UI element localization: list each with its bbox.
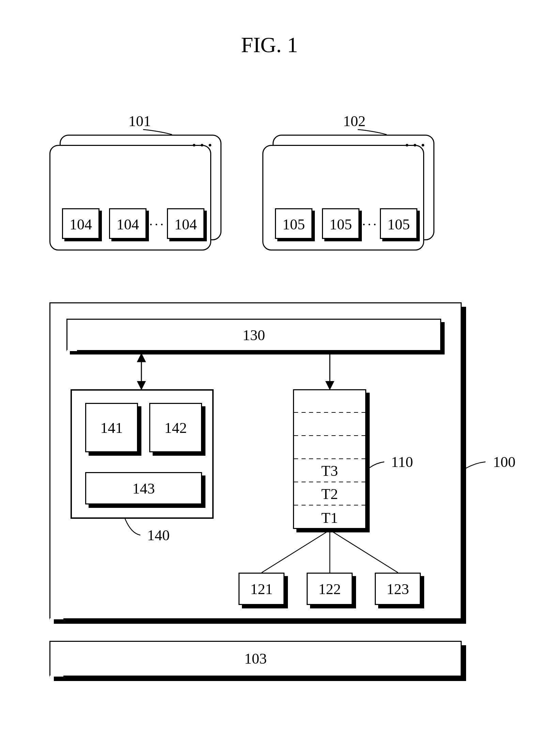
figure-title: FIG. 1 (0, 32, 539, 58)
stack-110 (293, 389, 366, 529)
callout-101: 101 (123, 112, 157, 130)
callout-110: 110 (385, 453, 419, 471)
callout-100: 100 (487, 453, 521, 471)
stack-t3: T3 (293, 462, 366, 480)
box-105-1-label: 105 (275, 216, 312, 233)
callout-140: 140 (141, 527, 175, 544)
notch-icon (67, 350, 77, 351)
box-104-1-label: 104 (62, 216, 99, 233)
box-104-3-label: 104 (167, 216, 204, 233)
ellipsis-icon: ··· (147, 216, 168, 232)
bar-103-label: 103 (49, 650, 462, 667)
box-121-label: 121 (238, 580, 284, 598)
box-105-2-label: 105 (322, 216, 359, 233)
ellipsis-icon: ··· (360, 216, 381, 232)
bar-130-label: 130 (66, 327, 441, 344)
ellipsis-icon: ● ● ● (404, 141, 428, 149)
box-143-label: 143 (85, 480, 202, 497)
notch-icon (50, 618, 63, 619)
box-122-label: 122 (307, 580, 353, 598)
box-123-label: 123 (375, 580, 421, 598)
stack-t1: T1 (293, 509, 366, 527)
stack-t2: T2 (293, 485, 366, 503)
callout-102: 102 (337, 112, 371, 130)
box-142-label: 142 (149, 419, 202, 437)
ellipsis-icon: ● ● ● (191, 141, 215, 149)
box-105-3-label: 105 (380, 216, 417, 233)
notch-icon (50, 676, 63, 677)
box-141-label: 141 (85, 419, 138, 437)
box-104-2-label: 104 (109, 216, 147, 233)
